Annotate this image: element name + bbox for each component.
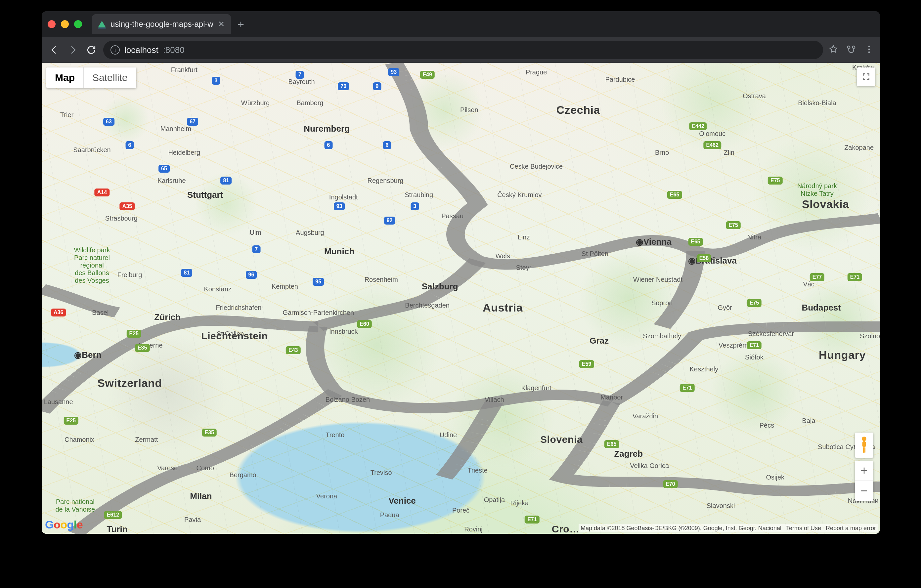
- svg-point-2: [868, 45, 870, 47]
- road-shield: E612: [104, 511, 122, 519]
- road-shield: 65: [158, 165, 170, 173]
- map-type-control: Map Satellite: [46, 67, 136, 88]
- map-type-satellite-button[interactable]: Satellite: [84, 67, 136, 88]
- bookmark-star-icon[interactable]: [828, 44, 838, 55]
- site-info-icon[interactable]: i: [111, 45, 120, 55]
- extensions-icon[interactable]: [846, 44, 856, 55]
- map-canvas[interactable]: CzechiaAustriaSwitzerlandLiechtensteinSl…: [42, 63, 880, 534]
- svg-point-3: [868, 49, 870, 50]
- browser-window: using-the-google-maps-api-w ✕ + i localh…: [42, 11, 880, 534]
- road-shield: E65: [667, 191, 682, 199]
- svg-rect-8: [864, 447, 866, 453]
- google-logo: Google: [45, 518, 83, 531]
- url-port: :8080: [163, 45, 185, 55]
- road-shield: 3: [410, 202, 419, 210]
- svg-point-4: [868, 51, 870, 53]
- road-shield: E35: [135, 344, 150, 352]
- terms-link[interactable]: Terms of Use: [786, 525, 821, 532]
- menu-dots-icon[interactable]: [864, 44, 874, 55]
- url-host: localhost: [124, 45, 158, 55]
- road-shield: 3: [212, 77, 220, 84]
- road-shield: E75: [768, 177, 783, 185]
- browser-tab[interactable]: using-the-google-maps-api-w ✕: [92, 14, 231, 34]
- svg-point-1: [853, 46, 855, 49]
- close-window-button[interactable]: [48, 20, 55, 28]
- road-shield: 81: [181, 269, 192, 277]
- browser-toolbar: i localhost:8080: [42, 37, 880, 63]
- reload-button[interactable]: [85, 43, 98, 57]
- zoom-out-button[interactable]: −: [855, 481, 873, 501]
- zoom-control: + −: [855, 461, 873, 501]
- tab-title: using-the-google-maps-api-w: [111, 19, 213, 29]
- fullscreen-button[interactable]: [857, 67, 875, 86]
- road-shield: E75: [726, 221, 740, 229]
- road-shield: 67: [187, 118, 198, 126]
- road-shield: E71: [848, 273, 862, 281]
- country-borders: [42, 63, 880, 534]
- road-shield: E442: [689, 122, 707, 130]
- minimize-window-button[interactable]: [61, 20, 69, 28]
- road-shield: 92: [384, 217, 395, 224]
- road-shield: A14: [94, 188, 109, 197]
- new-tab-button[interactable]: +: [238, 18, 244, 31]
- road-shield: 7: [296, 71, 304, 79]
- road-shield: A36: [51, 309, 66, 317]
- road-shield: A35: [120, 202, 135, 210]
- zoom-in-button[interactable]: +: [855, 461, 873, 481]
- vue-favicon-icon: [98, 21, 106, 28]
- road-shield: E43: [286, 346, 300, 354]
- road-shield: E49: [420, 71, 434, 79]
- road-shield: E25: [127, 330, 141, 338]
- road-shield: 93: [334, 202, 345, 210]
- road-shield: 63: [103, 118, 114, 126]
- road-shield: E77: [810, 273, 824, 281]
- road-shield: E462: [704, 141, 721, 149]
- road-shield: E75: [747, 299, 762, 307]
- pegman-button[interactable]: [855, 432, 873, 458]
- map-attribution: Map data ©2018 GeoBasis-DE/BKG (©2009), …: [579, 524, 878, 533]
- road-shield: E71: [525, 516, 539, 523]
- report-error-link[interactable]: Report a map error: [826, 525, 876, 532]
- map-data-text: Map data ©2018 GeoBasis-DE/BKG (©2009), …: [581, 525, 781, 532]
- road-shield: E70: [663, 480, 677, 488]
- road-shield: E25: [63, 417, 78, 425]
- titlebar: using-the-google-maps-api-w ✕ +: [42, 11, 880, 37]
- road-shield: E59: [579, 360, 594, 368]
- svg-point-5: [862, 437, 866, 441]
- road-shield: E60: [357, 320, 371, 328]
- svg-rect-6: [862, 441, 866, 447]
- close-tab-icon[interactable]: ✕: [218, 19, 225, 29]
- road-shield: 6: [383, 141, 391, 149]
- back-button[interactable]: [48, 43, 61, 57]
- road-shield: E58: [697, 254, 711, 262]
- road-shield: 6: [126, 141, 134, 149]
- svg-rect-7: [863, 447, 864, 453]
- road-shield: E71: [747, 341, 762, 349]
- road-shield: E71: [680, 384, 695, 392]
- map-type-map-button[interactable]: Map: [46, 67, 83, 88]
- road-shield: 96: [246, 271, 257, 279]
- maximize-window-button[interactable]: [74, 20, 82, 28]
- road-shield: E65: [688, 238, 703, 246]
- road-shield: E65: [604, 440, 619, 448]
- address-bar[interactable]: i localhost:8080: [103, 41, 823, 59]
- window-controls: [48, 20, 82, 28]
- road-shield: 95: [312, 278, 324, 286]
- road-shield: E35: [202, 429, 217, 437]
- forward-button[interactable]: [66, 43, 80, 57]
- road-shield: 81: [221, 177, 232, 185]
- road-shield: 70: [338, 82, 349, 90]
- road-shield: 9: [373, 82, 381, 90]
- svg-point-0: [848, 46, 850, 49]
- map-viewport[interactable]: CzechiaAustriaSwitzerlandLiechtensteinSl…: [42, 63, 880, 534]
- road-shield: 6: [324, 141, 332, 149]
- road-shield: 93: [388, 68, 399, 76]
- road-shield: 7: [252, 245, 260, 253]
